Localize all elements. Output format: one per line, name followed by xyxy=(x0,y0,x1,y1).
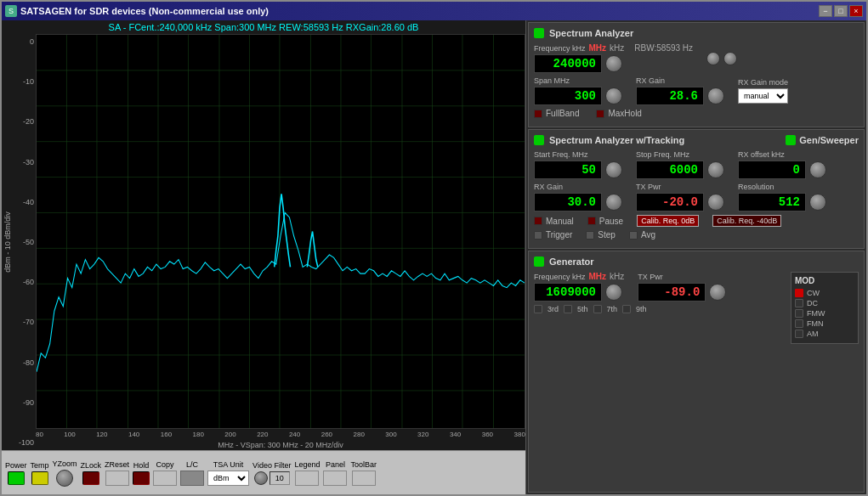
legend-button[interactable] xyxy=(295,471,319,486)
sat-res-knob[interactable] xyxy=(809,194,826,211)
generator-section: Generator Frequency kHz MHz kHz xyxy=(528,251,865,493)
gen-txpwr-knob[interactable] xyxy=(709,284,726,301)
title-bar-left: S SATSAGEN for SDR devices (Non-commerci… xyxy=(5,5,269,17)
close-button[interactable]: × xyxy=(849,5,863,17)
sa-fullband-led[interactable] xyxy=(534,110,542,118)
mod-cw-led[interactable] xyxy=(795,289,803,297)
zreset-button[interactable] xyxy=(105,471,129,486)
sa-rxgainmode-dropdown[interactable]: manual auto xyxy=(738,88,788,104)
zreset-label: ZReset xyxy=(105,460,129,469)
sat-rxgain-knob[interactable] xyxy=(605,194,622,211)
gen-freq-control: 1609000 xyxy=(534,283,624,302)
sat-step-label: Step xyxy=(598,230,616,240)
panel-button[interactable] xyxy=(323,471,347,486)
sat-rxgain-value[interactable]: 30.0 xyxy=(534,193,602,211)
mod-title: MOD xyxy=(795,276,854,285)
y-label-0: 0 xyxy=(30,37,34,46)
toolbar-button[interactable] xyxy=(352,471,376,486)
sa-led[interactable] xyxy=(534,28,544,38)
sa-rxgain-knob[interactable] xyxy=(707,87,724,104)
y-label-10: -10 xyxy=(23,77,34,86)
power-led[interactable] xyxy=(8,471,25,485)
harmonic-7th-led[interactable] xyxy=(593,305,602,313)
harmonic-3rd-led[interactable] xyxy=(534,305,542,313)
panel-label: Panel xyxy=(326,460,345,469)
sat-pause-led[interactable] xyxy=(587,217,596,225)
spectrum-chart[interactable] xyxy=(36,34,525,429)
title-bar: S SATSAGEN for SDR devices (Non-commerci… xyxy=(2,2,866,20)
harmonic-7th-label: 7th xyxy=(607,305,618,313)
sa-rbw-knob1[interactable] xyxy=(706,52,720,65)
x-200: 200 xyxy=(224,431,235,438)
y-label-50: -50 xyxy=(23,238,34,246)
sat-manual-led[interactable] xyxy=(534,217,542,225)
sa-maxhold-label: MaxHold xyxy=(608,109,641,118)
x-360: 360 xyxy=(482,431,493,438)
zreset-group: ZReset xyxy=(105,460,129,486)
sat-gen-led[interactable] xyxy=(786,135,796,145)
sa-rbw-knob2[interactable] xyxy=(723,52,737,65)
mod-dc-led[interactable] xyxy=(795,299,803,307)
sa-freq-knob[interactable] xyxy=(605,55,622,72)
sat-offset-value[interactable]: 0 xyxy=(738,161,806,179)
sat-step-led[interactable] xyxy=(586,231,594,240)
hold-btn[interactable] xyxy=(133,471,150,485)
y-label-70: -70 xyxy=(23,318,34,326)
gen-led[interactable] xyxy=(534,256,544,267)
calib-req-40db-button[interactable]: Calib. Req. -40dB xyxy=(712,215,781,227)
y-label-100: -100 xyxy=(19,438,34,447)
sat-start-knob[interactable] xyxy=(605,161,622,178)
sa-maxhold-led[interactable] xyxy=(596,110,604,118)
sat-trigger-led[interactable] xyxy=(534,231,542,240)
harmonic-5th-led[interactable] xyxy=(564,305,572,313)
gen-freq-knob[interactable] xyxy=(605,284,622,301)
sat-txpwr-value[interactable]: -20.0 xyxy=(636,193,704,211)
maximize-button[interactable]: □ xyxy=(834,5,848,17)
mod-fmn-led[interactable] xyxy=(795,319,803,328)
copy-button[interactable] xyxy=(153,471,177,486)
sat-trigger-label: Trigger xyxy=(546,230,572,240)
temp-group: Temp xyxy=(31,461,49,485)
toolbar-group: ToolBar xyxy=(350,460,377,486)
sa-span-knob[interactable] xyxy=(605,87,622,104)
sat-offset-label: RX offset kHz xyxy=(738,150,826,159)
sat-start-label: Start Freq. MHz xyxy=(534,150,622,159)
mod-fmw-led[interactable] xyxy=(795,309,803,318)
sat-start-value[interactable]: 50 xyxy=(534,161,602,179)
sat-offset-group: RX offset kHz 0 xyxy=(738,150,826,179)
window-controls[interactable]: − □ × xyxy=(819,5,863,17)
minimize-button[interactable]: − xyxy=(819,5,832,17)
legend-group: Legend xyxy=(294,460,320,486)
sat-avg-led[interactable] xyxy=(629,231,638,240)
mod-cw-row: CW xyxy=(795,289,854,297)
sat-res-value[interactable]: 512 xyxy=(738,193,806,211)
sa-freq-value[interactable]: 240000 xyxy=(534,54,602,73)
sat-led[interactable] xyxy=(534,135,544,145)
sat-res-label: Resolution xyxy=(738,183,826,191)
sat-offset-knob[interactable] xyxy=(809,161,826,178)
sa-rxgain-value[interactable]: 28.6 xyxy=(636,87,704,105)
x-160: 160 xyxy=(161,431,172,438)
toolbar-label: ToolBar xyxy=(350,460,377,469)
calib-req-0db-button[interactable]: Calib. Req. 0dB xyxy=(637,215,699,227)
tsa-dropdown[interactable]: dBm dBuV xyxy=(207,471,249,486)
temp-led[interactable] xyxy=(31,471,48,485)
mod-am-led[interactable] xyxy=(795,330,803,338)
gen-freq-value[interactable]: 1609000 xyxy=(534,283,602,302)
video-controls xyxy=(254,471,290,485)
sat-stop-knob[interactable] xyxy=(707,161,724,178)
gen-main: Frequency kHz MHz kHz 1609000 xyxy=(534,272,784,344)
sat-txpwr-knob[interactable] xyxy=(707,194,724,211)
sa-freq-label: Frequency kHz xyxy=(534,44,586,53)
lc-button[interactable] xyxy=(180,471,204,486)
harmonic-9th-led[interactable] xyxy=(622,305,631,313)
yzoom-knob[interactable] xyxy=(56,470,73,487)
video-value-input[interactable] xyxy=(269,471,290,485)
sat-stop-label: Stop Freq. MHz xyxy=(636,150,724,159)
sat-stop-value[interactable]: 6000 xyxy=(636,161,704,179)
sa-span-value[interactable]: 300 xyxy=(534,87,602,105)
video-knob[interactable] xyxy=(254,471,268,485)
y-label-20: -20 xyxy=(23,117,34,126)
gen-txpwr-value[interactable]: -89.0 xyxy=(638,283,706,302)
zlock-btn[interactable] xyxy=(82,471,99,485)
